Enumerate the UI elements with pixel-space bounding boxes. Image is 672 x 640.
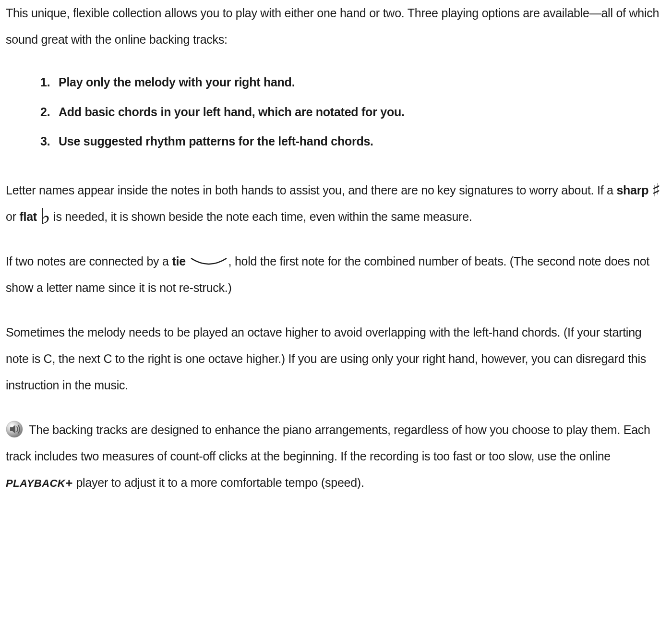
tie-text-pre: If two notes are connected by a <box>6 254 172 268</box>
flat-icon: ♭ <box>40 204 50 229</box>
tie-icon <box>190 257 228 267</box>
sharp-label: sharp <box>616 183 648 197</box>
letter-names-text-post: is needed, it is shown beside the note e… <box>50 210 472 223</box>
speaker-icon <box>6 421 23 438</box>
playing-options-list: Play only the melody with your right han… <box>6 71 666 153</box>
letter-names-paragraph: Letter names appear inside the notes in … <box>6 177 666 230</box>
octave-paragraph: Sometimes the melody needs to be played … <box>6 319 666 398</box>
backing-text-post: player to adjust it to a more comfortabl… <box>73 476 364 489</box>
sharp-icon: ♯ <box>652 180 660 200</box>
option-2: Add basic chords in your left hand, whic… <box>59 101 666 124</box>
intro-paragraph: This unique, flexible collection allows … <box>6 0 666 53</box>
backing-text-pre: The backing tracks are designed to enhan… <box>6 423 650 463</box>
tie-label: tie <box>172 254 185 268</box>
flat-label: flat <box>19 210 37 223</box>
option-1: Play only the melody with your right han… <box>59 71 666 94</box>
backing-tracks-paragraph: The backing tracks are designed to enhan… <box>6 417 666 497</box>
playback-brand: PLAYBACK+ <box>6 477 73 489</box>
letter-names-text-pre: Letter names appear inside the notes in … <box>6 183 616 197</box>
playback-plus-icon: + <box>65 476 73 490</box>
letter-names-or: or <box>6 210 19 223</box>
option-3: Use suggested rhythm patterns for the le… <box>59 130 666 153</box>
tie-paragraph: If two notes are connected by a tie , ho… <box>6 248 666 301</box>
